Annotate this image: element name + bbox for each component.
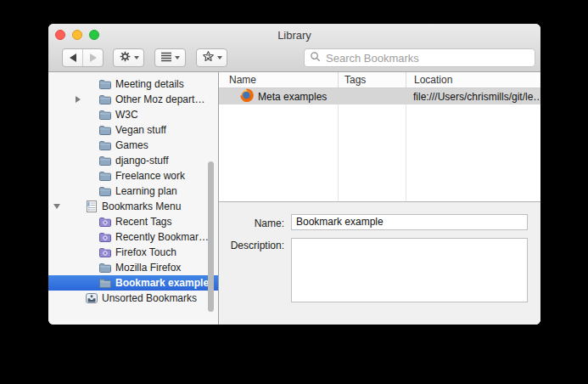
sidebar-item-label: Mozilla Firefox [115,260,181,275]
sidebar-item-label: Recent Tags [115,214,172,229]
actions-menu-button[interactable] [113,48,144,67]
minimize-button[interactable] [72,30,82,40]
history-nav-control [62,48,104,67]
list-lines-icon [160,52,172,65]
sidebar-item-learning-plan[interactable]: Learning plan [48,184,218,199]
content-area: Meeting detailsOther Moz depart…W3CVegan… [48,72,540,325]
sidebar-item-label: Meeting details [115,76,184,92]
column-divider [406,88,406,201]
bookmark-description-input[interactable] [291,238,528,302]
column-header-name[interactable]: Name [219,72,338,88]
sidebar: Meeting detailsOther Moz depart…W3CVegan… [48,72,219,325]
folder-icon [98,169,112,183]
forward-arrow-icon [90,54,97,62]
close-button[interactable] [55,30,65,40]
sidebar-item-firefox-touch[interactable]: Firefox Touch [48,245,218,260]
toolbar [48,46,540,71]
smart-folder-icon [98,215,112,229]
sidebar-item-bookmark-example[interactable]: Bookmark example [48,275,218,291]
import-backup-button[interactable] [196,48,227,67]
folder-icon [98,138,112,152]
column-header-location[interactable]: Location [406,72,540,88]
titlebar[interactable]: Library [48,24,540,46]
sidebar-item-label: Bookmark example [115,275,209,291]
sidebar-item-vegan-stuff[interactable]: Vegan stuff [48,122,218,138]
folder-icon [98,154,112,167]
chevron-down-icon [134,56,139,59]
back-arrow-icon [70,54,76,62]
firefox-icon [240,88,254,104]
folder-icon [98,108,112,121]
folder-icon [98,123,112,137]
sidebar-item-freelance-work[interactable]: Freelance work [48,168,218,184]
twisty-expanded-icon[interactable] [53,204,60,209]
sidebar-item-label: Bookmarks Menu [102,199,181,214]
sidebar-item-label: Unsorted Bookmarks [102,291,197,306]
sidebar-scrollbar-thumb[interactable] [208,161,214,312]
bookmark-name-cell: Meta examples [219,88,338,104]
search-field[interactable] [304,48,535,67]
gear-icon [119,50,132,65]
sidebar-item-unsorted-bookmarks[interactable]: Unsorted Bookmarks [48,291,218,306]
sidebar-item-label: Learning plan [115,184,177,199]
description-label: Description: [219,240,284,251]
folder-icon [98,276,112,290]
sidebar-item-label: django-stuff [115,153,169,168]
sidebar-item-mozilla-firefox[interactable]: Mozilla Firefox [48,260,218,275]
sidebar-item-recently-bookmar[interactable]: Recently Bookmar… [48,229,218,245]
window-chrome: Library [48,24,540,72]
twisty-collapsed-icon[interactable] [76,96,81,103]
list-header: NameTagsLocation [219,72,540,88]
sidebar-item-recent-tags[interactable]: Recent Tags [48,214,218,229]
sidebar-item-label: W3C [115,107,138,122]
chevron-down-icon [175,56,180,59]
search-icon [310,50,321,65]
menu-list-icon [85,200,98,213]
library-window: Library [48,24,540,325]
sidebar-item-meeting-details[interactable]: Meeting details [48,76,218,92]
sidebar-item-label: Recently Bookmar… [115,229,209,245]
bookmark-location-cell: file:///Users/chrismills/git/le… [406,91,540,103]
star-refresh-icon [202,50,215,65]
sidebar-item-w3c[interactable]: W3C [48,107,218,122]
sidebar-item-django-stuff[interactable]: django-stuff [48,153,218,168]
views-menu-button[interactable] [154,48,186,67]
sidebar-item-label: Freelance work [115,168,185,184]
folder-icon [98,261,112,274]
folder-icon [98,93,112,106]
back-button[interactable] [63,49,82,66]
sidebar-item-label: Vegan stuff [115,122,166,138]
sidebar-item-label: Games [115,138,148,153]
bookmarks-panel: NameTagsLocation Meta examplesfile:///Us… [219,72,540,325]
sidebar-item-bookmarks-menu[interactable]: Bookmarks Menu [48,199,218,214]
smart-folder-icon [98,246,112,259]
zoom-button[interactable] [89,30,99,40]
sidebar-item-other-moz-depart[interactable]: Other Moz depart… [48,92,218,107]
screenshot-background: Library [0,0,588,384]
bookmark-title: Meta examples [258,91,327,103]
chevron-down-icon [217,56,222,59]
bookmark-name-input[interactable] [291,214,528,230]
sidebar-item-label: Firefox Touch [115,245,176,260]
window-title: Library [48,24,540,47]
sidebar-item-games[interactable]: Games [48,138,218,153]
column-divider [338,88,339,201]
column-header-tags[interactable]: Tags [338,72,406,88]
name-label: Name: [219,217,284,229]
sidebar-item-label: Other Moz depart… [115,92,204,107]
folder-icon [98,77,112,91]
folder-icon [98,184,112,198]
search-input[interactable] [324,51,529,65]
bookmark-row-meta-examples[interactable]: Meta examplesfile:///Users/chrismills/gi… [219,88,540,104]
forward-button[interactable] [82,49,103,66]
inbox-icon [85,291,98,305]
details-pane: Name: Description: [219,201,540,325]
bookmark-list: Meta examplesfile:///Users/chrismills/gi… [219,88,540,201]
smart-folder-icon [98,230,112,244]
window-controls [55,30,99,40]
